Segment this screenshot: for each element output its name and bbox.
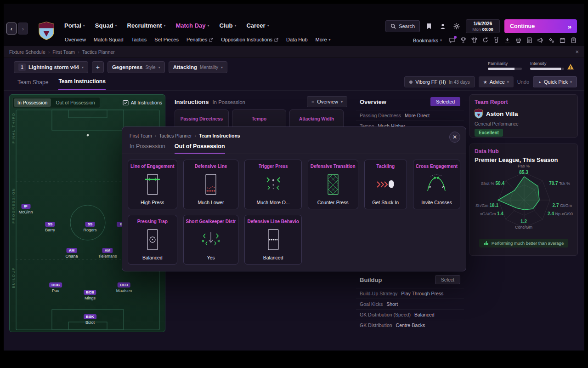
card-tackling[interactable]: Tackling Get Stuck In [364,160,407,209]
menu-recruitment[interactable]: Recruitment▾ [127,22,166,29]
advice-button[interactable]: ★ Advice ▾ [479,76,514,87]
gears-icon[interactable] [548,37,555,44]
search-button[interactable]: Search [385,20,420,32]
warning-icon[interactable] [567,63,574,70]
game-date[interactable]: 1/6/2026 Mon 00:00 [466,19,500,33]
player-node-bizot[interactable]: BGK Bizot [84,314,96,325]
add-tactic-button[interactable]: + [92,61,104,73]
data-hub-title[interactable]: Data Hub [470,144,577,155]
bookmarks-dropdown[interactable]: Bookmarks▾ [413,38,442,43]
data-hub-panel: Data Hub Premier League, This Season Pas… [469,144,578,256]
subnav-penalties[interactable]: Penalties [187,37,213,42]
player-node-pau[interactable]: OCB Pau [49,282,62,293]
card-line-of-engagement[interactable]: Line of Engagement High Press [128,160,177,209]
player-node-maatsen[interactable]: OCB Maatsen [116,282,132,293]
modal-breadcrumb-first-team[interactable]: First Team [130,133,152,138]
breadcrumb-tactics-planner[interactable]: Tactics Planner [82,49,115,55]
forward-button[interactable]: › [18,23,28,34]
team-report-title[interactable]: Team Report [470,95,577,105]
subnav-opposition-instructions[interactable]: Opposition Instructions [221,37,278,42]
card-pressing-trap[interactable]: Pressing Trap Balanced [128,215,177,264]
news-document-icon[interactable] [526,37,533,44]
close-icon[interactable]: × [575,48,579,55]
card-short-goalkeeper-distribution[interactable]: Short Goalkeeper Distr Yes [183,215,239,264]
card-cross-engagement[interactable]: Cross Engagement Invite Crosses [413,160,460,209]
chevron-down-icon: ▾ [329,38,331,42]
card-defensive-line-behaviour[interactable]: Defensive Line Behavio Balanced [244,215,301,264]
menu-squad[interactable]: Squad▾ [95,22,117,29]
card-defensive-transition[interactable]: Defensive Transition Counter-Press [308,160,358,209]
subnav-data-hub[interactable]: Data Hub [286,37,307,42]
top-navbar: ‹ › Portal▾ Squad▾ Recruitment▾ Match Da… [4,4,584,46]
familiarity-bar [488,68,522,70]
quick-pick-button[interactable]: ▲ Quick Pick ▾ [533,76,577,87]
subnav-match-squad[interactable]: Match Squad [94,37,124,42]
player-node-mings[interactable]: BCB Mings [84,290,96,300]
tab-team-shape[interactable]: Team Shape [17,79,48,90]
player-node-barry[interactable]: SS Barry [45,222,55,232]
calendar-icon[interactable] [559,37,566,44]
modal-tab-in-possession[interactable]: In Possession [130,143,165,154]
sync-icon[interactable] [482,37,489,44]
chevron-down-icon: ▾ [221,65,223,69]
modal-close-button[interactable]: ✕ [449,132,460,143]
player-node-onana[interactable]: AM Onana [65,248,78,259]
manager-profile-button[interactable] [438,22,447,31]
intensity-bar [530,68,564,70]
menu-career[interactable]: Career▾ [246,22,269,29]
stat-tackle-pct: 70.7 Tck % [549,181,570,186]
buildup-row: Goal Kicks Short [356,299,464,309]
menu-club[interactable]: Club▾ [220,22,237,29]
player-node-rogers[interactable]: SS Rogers [83,222,96,232]
team-stats-radar-chart: Pas %85.3 Shot % 50.4 70.7 Tck % Sh/Gm 1… [475,165,573,235]
buildup-select-button[interactable]: Select [435,275,460,284]
toggle-out-of-possession[interactable]: Out of Possession [52,98,98,107]
view-selector[interactable]: ≡ Overview ▾ [307,96,347,107]
player-node-mcginn[interactable]: IF McGinn [18,204,33,214]
chevron-down-icon: ▾ [208,23,209,28]
cross-engagement-icon [424,169,449,200]
breadcrumb-first-team[interactable]: First Team [52,49,75,55]
stat-shots-per-game: Sh/Gm 18.1 [475,203,498,208]
buildup-title: Buildup [360,276,382,283]
modal-breadcrumb: First Team › Tactics Planner › Team Inst… [122,127,466,138]
announcement-icon[interactable] [537,37,544,44]
subnav-set-pieces[interactable]: Set Pieces [154,37,179,42]
style-selector[interactable]: Gegenpress Style ▾ [107,61,165,73]
printer-icon[interactable] [515,37,522,44]
download-icon[interactable] [504,37,511,44]
team-report-panel: Team Report Aston Villa General Performa… [469,94,578,138]
kit-shirt-icon[interactable] [471,37,478,44]
next-match-pill[interactable]: Viborg FF (H) In 43 days [404,76,475,87]
all-instructions-button[interactable]: All Instructions [123,100,162,106]
undo-button[interactable]: Undo [517,79,529,85]
tactic-selector[interactable]: 1 Lightning storm v44 ▾ [14,61,88,73]
subnav-more[interactable]: More▾ [316,37,331,42]
modal-breadcrumb-tactics-planner[interactable]: Tactics Planner [159,133,192,138]
modal-tab-out-of-possession[interactable]: Out of Possession [175,143,225,154]
tab-team-instructions[interactable]: Team Instructions [58,78,105,90]
notes-icon[interactable] [570,37,577,44]
card-defensive-line[interactable]: Defensive Line Much Lower [183,160,239,209]
selected-button[interactable]: Selected [430,97,460,106]
trophy-icon[interactable] [460,37,467,44]
continue-button[interactable]: Continue » [504,19,577,33]
breadcrumb-fixture-schedule[interactable]: Fixture Schedule [9,49,45,55]
settings-button[interactable] [452,22,461,31]
toggle-in-possession[interactable]: In Possession [14,98,51,107]
subnav-overview[interactable]: Overview [65,37,86,42]
zone-label-progression: PROGRESSION [11,188,16,224]
chevron-down-icon: ▾ [115,23,117,28]
back-button[interactable]: ‹ [6,23,17,34]
bookmark-flag-button[interactable] [424,22,434,31]
overview-row: Passing Directness More Direct [356,110,464,121]
mentality-selector[interactable]: Attacking Mentality ▾ [169,61,227,73]
menu-match-day[interactable]: Match Day▾ [175,22,209,29]
close-icon: ✕ [452,134,457,140]
menu-portal[interactable]: Portal▾ [64,22,85,29]
card-trigger-press[interactable]: Trigger Press Much More O... [244,160,301,209]
messages-icon[interactable] [449,37,456,44]
medal-icon[interactable] [493,37,500,44]
player-node-tielemans[interactable]: AM Tielemans [98,248,117,259]
subnav-tactics[interactable]: Tactics [131,37,147,42]
